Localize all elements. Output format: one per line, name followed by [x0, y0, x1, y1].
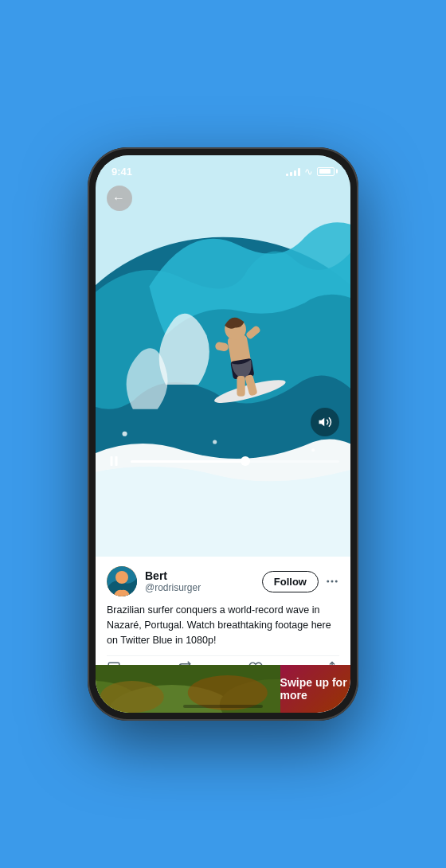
back-arrow-icon: ← — [112, 191, 125, 205]
svg-point-19 — [335, 581, 338, 583]
svg-rect-8 — [237, 376, 245, 397]
tweet-text: Brazilian surfer conquers a world-record… — [107, 603, 339, 647]
svg-point-17 — [327, 581, 329, 583]
user-info: Bert @rodrisurger — [145, 569, 254, 594]
back-button[interactable]: ← — [107, 186, 132, 211]
user-name: Bert — [145, 569, 254, 583]
phone-screen: 9:41 ∿ — [96, 155, 350, 713]
progress-filled — [131, 460, 245, 463]
wifi-icon: ∿ — [304, 166, 313, 178]
svg-point-18 — [331, 581, 334, 583]
status-time: 9:41 — [111, 166, 132, 178]
more-options-button[interactable] — [325, 574, 339, 588]
progress-thumb — [241, 456, 250, 466]
video-background — [96, 155, 350, 557]
user-avatar[interactable] — [107, 566, 137, 596]
follow-button[interactable]: Follow — [262, 571, 319, 592]
signal-icon — [286, 167, 300, 176]
svg-point-12 — [213, 440, 217, 444]
battery-icon — [317, 167, 334, 176]
progress-bar[interactable] — [131, 460, 339, 463]
video-progress-area — [96, 454, 350, 468]
home-indicator — [183, 705, 263, 708]
svg-point-11 — [311, 448, 315, 452]
wave-svg — [96, 155, 350, 557]
phone-frame: 9:41 ∿ — [88, 147, 358, 721]
header-actions: Follow — [262, 571, 339, 592]
svg-point-16 — [115, 571, 128, 584]
video-player[interactable]: ← — [96, 155, 350, 557]
tweet-header: Bert @rodrisurger Follow — [107, 566, 339, 596]
pause-button[interactable] — [107, 454, 123, 468]
user-handle: @rodrisurger — [145, 582, 254, 593]
svg-rect-14 — [115, 456, 118, 466]
swipe-up-label: Swipe up for more — [280, 676, 350, 702]
avatar-image — [107, 566, 137, 596]
more-icon — [325, 574, 339, 588]
volume-icon — [318, 415, 332, 429]
svg-point-10 — [122, 432, 127, 436]
status-icons: ∿ — [286, 166, 334, 178]
svg-rect-13 — [111, 456, 113, 466]
pause-icon — [107, 454, 121, 468]
volume-button[interactable] — [311, 408, 339, 436]
status-bar: 9:41 ∿ — [96, 155, 350, 181]
